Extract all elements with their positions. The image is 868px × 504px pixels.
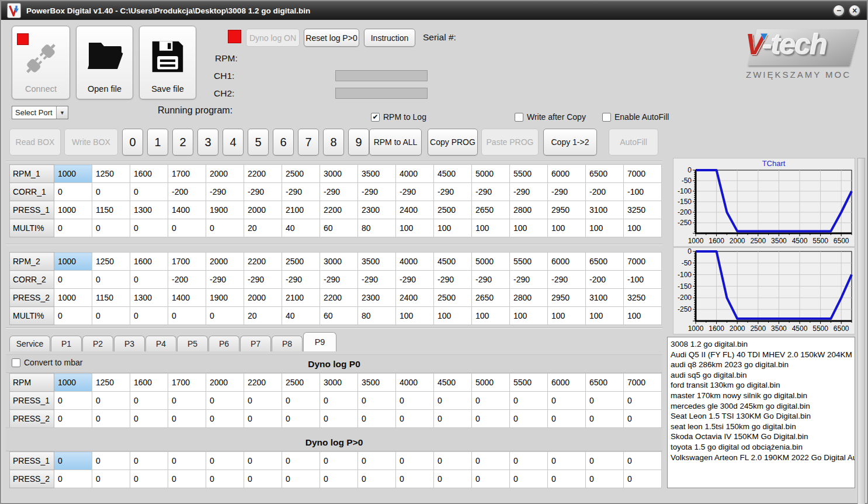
grid-cell[interactable]: 0 — [206, 219, 244, 237]
open-file-button[interactable]: Open file — [76, 26, 133, 99]
grid-cell[interactable]: 100 — [434, 307, 472, 325]
grid-cell[interactable]: -200 — [168, 183, 206, 201]
grid-cell[interactable]: 2500 — [434, 289, 472, 307]
grid-cell[interactable]: 0 — [510, 452, 548, 470]
file-list-item[interactable]: Audi Q5 II (FY FL) 40 TDI MHEV 2.0 150kW… — [671, 350, 852, 360]
grid-cell[interactable]: 0 — [54, 392, 92, 410]
grid-cell[interactable]: 2500 — [282, 253, 320, 271]
grid-cell[interactable]: 6000 — [548, 253, 586, 271]
grid-cell[interactable]: 0 — [130, 183, 168, 201]
write-box-button[interactable]: Write BOX — [64, 129, 118, 156]
grid-cell[interactable]: 2200 — [244, 253, 282, 271]
grid-cell[interactable]: 5500 — [510, 165, 548, 183]
grid-cell[interactable]: 1400 — [168, 201, 206, 219]
grid-cell[interactable]: 0 — [206, 470, 244, 488]
grid-cell[interactable]: 0 — [586, 410, 624, 428]
grid-cell[interactable]: 0 — [54, 219, 92, 237]
grid-cell[interactable]: 7000 — [624, 253, 662, 271]
file-list-item[interactable]: toyota 1.5 go digital od obciążenia.bin — [671, 442, 852, 453]
grid-cell[interactable]: 0 — [168, 470, 206, 488]
grid-cell[interactable]: -290 — [510, 183, 548, 201]
grid-cell[interactable]: 0 — [168, 452, 206, 470]
grid-cell[interactable]: 0 — [320, 470, 358, 488]
digit-button-6[interactable]: 6 — [273, 129, 294, 156]
grid-cell[interactable]: 1000 — [54, 289, 92, 307]
grid-cell[interactable]: -200 — [168, 271, 206, 289]
grid-cell[interactable]: 0 — [54, 307, 92, 325]
grid-cell[interactable]: 0 — [282, 410, 320, 428]
grid-cell[interactable]: 2000 — [206, 253, 244, 271]
grid-cell[interactable]: 3500 — [358, 374, 396, 392]
grid-cell[interactable]: 1400 — [168, 289, 206, 307]
grid-cell[interactable]: -290 — [548, 271, 586, 289]
digit-button-3[interactable]: 3 — [197, 129, 218, 156]
grid-cell[interactable]: 2200 — [320, 201, 358, 219]
grid-cell[interactable]: 20 — [244, 219, 282, 237]
grid-cell[interactable]: 100 — [396, 219, 434, 237]
grid-cell[interactable]: 0 — [92, 271, 130, 289]
grid-cell[interactable]: 2000 — [244, 201, 282, 219]
grid-cell[interactable]: 0 — [92, 307, 130, 325]
grid-cell[interactable]: 2500 — [282, 165, 320, 183]
grid-cell[interactable]: 6500 — [586, 374, 624, 392]
grid-cell[interactable]: 1700 — [168, 374, 206, 392]
grid-cell[interactable]: 5500 — [510, 374, 548, 392]
grid-cell[interactable]: 0 — [586, 452, 624, 470]
grid-cell[interactable]: -290 — [206, 183, 244, 201]
grid-cell[interactable]: 0 — [244, 452, 282, 470]
tab-p4[interactable]: P4 — [145, 336, 176, 351]
grid-cell[interactable]: 0 — [510, 470, 548, 488]
grid-cell[interactable]: 0 — [282, 470, 320, 488]
grid-cell[interactable]: 2300 — [358, 201, 396, 219]
grid-cell[interactable]: 0 — [358, 470, 396, 488]
digit-button-4[interactable]: 4 — [223, 129, 244, 156]
minimize-button[interactable]: − — [832, 4, 845, 17]
grid-cell[interactable]: 7000 — [624, 165, 662, 183]
grid-cell[interactable]: 0 — [320, 452, 358, 470]
grid-cell[interactable]: 0 — [130, 219, 168, 237]
grid-cell[interactable]: 0 — [244, 392, 282, 410]
grid-cell[interactable]: 0 — [130, 392, 168, 410]
tab-p2[interactable]: P2 — [82, 336, 113, 351]
grid-cell[interactable]: 1250 — [92, 374, 130, 392]
grid-cell[interactable]: 6500 — [586, 165, 624, 183]
grid-cell[interactable]: 1600 — [130, 374, 168, 392]
grid-cell[interactable]: -290 — [320, 271, 358, 289]
grid-cell[interactable]: 0 — [510, 410, 548, 428]
grid-cell[interactable]: 0 — [472, 410, 510, 428]
grid-cell[interactable]: -290 — [472, 183, 510, 201]
grid-cell[interactable]: 6000 — [548, 165, 586, 183]
grid-cell[interactable]: 4000 — [396, 165, 434, 183]
grid-cell[interactable]: 3250 — [624, 289, 662, 307]
tab-p8[interactable]: P8 — [272, 336, 303, 351]
grid-cell[interactable]: 0 — [206, 452, 244, 470]
grid-cell[interactable]: 80 — [358, 219, 396, 237]
grid-cell[interactable]: -200 — [586, 271, 624, 289]
autofill-button[interactable]: AutoFill — [609, 129, 658, 156]
file-list-item[interactable]: 3008 1.2 go digital.bin — [671, 339, 852, 350]
grid-cell[interactable]: 100 — [510, 307, 548, 325]
grid-cell[interactable]: 0 — [92, 410, 130, 428]
grid-cell[interactable]: 0 — [548, 392, 586, 410]
grid-cell[interactable]: 2500 — [282, 374, 320, 392]
grid-cell[interactable]: 0 — [206, 410, 244, 428]
grid-cell[interactable]: 2300 — [358, 289, 396, 307]
grid-cell[interactable]: 0 — [358, 410, 396, 428]
grid-cell[interactable]: 0 — [282, 452, 320, 470]
digit-button-0[interactable]: 0 — [122, 129, 143, 156]
grid-cell[interactable]: 0 — [548, 470, 586, 488]
digit-button-1[interactable]: 1 — [147, 129, 168, 156]
grid-cell[interactable]: 1000 — [54, 374, 92, 392]
grid-cell[interactable]: 0 — [244, 470, 282, 488]
grid-cell[interactable]: 0 — [624, 410, 662, 428]
save-file-button[interactable]: Save file — [139, 26, 196, 99]
grid-cell[interactable]: -290 — [244, 183, 282, 201]
grid-cell[interactable]: 1250 — [92, 165, 130, 183]
grid-cell[interactable]: 2000 — [244, 289, 282, 307]
grid-cell[interactable]: 1300 — [130, 289, 168, 307]
grid-cell[interactable]: 100 — [396, 307, 434, 325]
grid-cell[interactable]: 0 — [54, 452, 92, 470]
grid-cell[interactable]: 0 — [206, 392, 244, 410]
tab-p5[interactable]: P5 — [177, 336, 208, 351]
grid-cell[interactable]: 0 — [396, 470, 434, 488]
